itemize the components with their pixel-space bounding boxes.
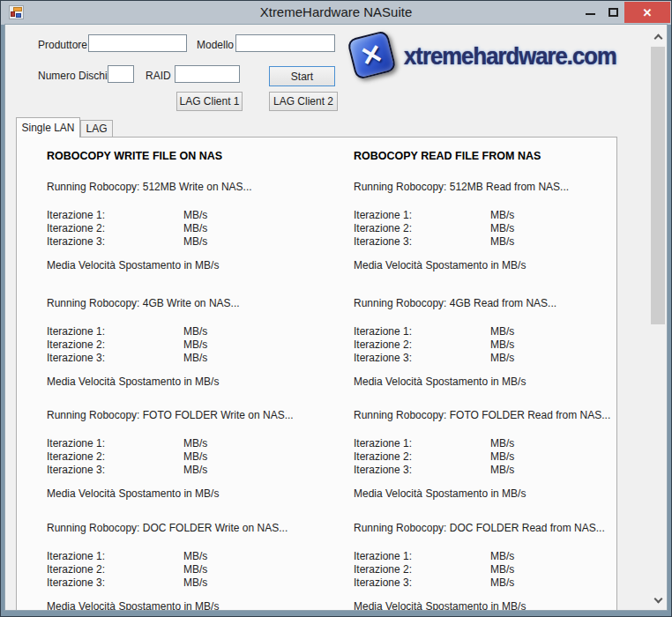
- minimize-button[interactable]: [578, 1, 602, 24]
- iteration-unit: MB/s: [183, 550, 207, 562]
- numero-dischi-label: Numero Dischi: [38, 70, 108, 82]
- vertical-scrollbar[interactable]: [650, 30, 666, 608]
- iteration-row: Iterazione 3: MB/s: [47, 576, 338, 589]
- running-status: Running Robocopy: 512MB Write on NAS...: [47, 181, 252, 193]
- iteration-unit: MB/s: [183, 235, 207, 248]
- iteration-label: Iterazione 3:: [354, 464, 412, 476]
- iteration-unit: MB/s: [490, 222, 514, 234]
- running-status: Running Robocopy: DOC FOLDER Read from N…: [354, 522, 605, 534]
- running-status: Running Robocopy: FOTO FOLDER Read from …: [354, 409, 610, 421]
- iteration-unit: MB/s: [183, 338, 207, 351]
- iteration-unit: MB/s: [490, 325, 514, 338]
- iteration-label: Iterazione 2:: [47, 338, 105, 351]
- iteration-row: Iterazione 3: MB/s: [47, 235, 338, 248]
- iteration-row: Iterazione 2: MB/s: [47, 563, 338, 576]
- iteration-label: Iterazione 1:: [354, 325, 412, 338]
- iteration-row: Iterazione 1: MB/s: [47, 550, 338, 562]
- iteration-unit: MB/s: [490, 464, 514, 476]
- read-results-column: ROBOCOPY READ FILE FROM NAS Running Robo…: [354, 138, 645, 610]
- robocopy-section: Running Robocopy: DOC FOLDER Read from N…: [354, 522, 645, 610]
- iteration-row: Iterazione 2: MB/s: [354, 222, 645, 234]
- iteration-row: Iterazione 3: MB/s: [354, 576, 645, 589]
- iteration-unit: MB/s: [490, 450, 514, 463]
- media-velocita-label: Media Velocità Spostamento in MB/s: [354, 259, 526, 271]
- running-status: Running Robocopy: 4GB Write on NAS...: [47, 297, 240, 309]
- xtremehardware-logo-icon: ✕: [347, 30, 397, 80]
- robocopy-section: Running Robocopy: 4GB Write on NAS... It…: [47, 297, 338, 396]
- iteration-unit: MB/s: [183, 464, 207, 476]
- iteration-unit: MB/s: [183, 209, 207, 221]
- iteration-row: Iterazione 3: MB/s: [47, 352, 338, 364]
- robocopy-section: Running Robocopy: 512MB Write on NAS... …: [47, 181, 338, 279]
- iteration-label: Iterazione 1:: [354, 209, 412, 221]
- iteration-label: Iterazione 3:: [354, 576, 412, 589]
- media-velocita-label: Media Velocità Spostamento in MB/s: [47, 375, 219, 388]
- close-button[interactable]: ✕: [624, 2, 670, 23]
- iteration-unit: MB/s: [183, 325, 207, 338]
- numero-dischi-input[interactable]: [108, 65, 134, 83]
- iteration-row: Iterazione 1: MB/s: [47, 325, 338, 338]
- minimize-icon: [586, 13, 595, 15]
- iteration-unit: MB/s: [490, 576, 514, 589]
- raid-label: RAID: [146, 70, 171, 82]
- iteration-label: Iterazione 1:: [354, 437, 412, 450]
- tab-single-lan[interactable]: Single LAN: [16, 117, 80, 138]
- robocopy-section: Running Robocopy: DOC FOLDER Write on NA…: [47, 522, 338, 610]
- lag-client2-button[interactable]: LAG Client 2: [269, 92, 338, 111]
- media-velocita-label: Media Velocità Spostamento in MB/s: [47, 259, 219, 271]
- iteration-label: Iterazione 2:: [47, 222, 105, 234]
- iteration-label: Iterazione 2:: [47, 563, 105, 576]
- logo-x-icon: ✕: [357, 37, 386, 72]
- write-results-column: ROBOCOPY WRITE FILE ON NAS Running Roboc…: [47, 138, 338, 610]
- scroll-up-button[interactable]: [650, 30, 666, 45]
- iteration-label: Iterazione 1:: [47, 325, 105, 338]
- running-status: Running Robocopy: 512MB Read from NAS...: [354, 181, 569, 193]
- iteration-unit: MB/s: [183, 563, 207, 576]
- iteration-row: Iterazione 3: MB/s: [354, 235, 645, 248]
- iteration-label: Iterazione 2:: [354, 338, 412, 351]
- iteration-label: Iterazione 1:: [47, 437, 105, 450]
- running-status: Running Robocopy: FOTO FOLDER Write on N…: [47, 409, 294, 421]
- iteration-unit: MB/s: [490, 338, 514, 351]
- robocopy-section: Running Robocopy: FOTO FOLDER Write on N…: [47, 409, 338, 508]
- lag-client1-button[interactable]: LAG Client 1: [176, 92, 243, 111]
- iteration-row: Iterazione 1: MB/s: [47, 437, 338, 450]
- iteration-unit: MB/s: [490, 437, 514, 450]
- iteration-unit: MB/s: [183, 576, 207, 589]
- iteration-label: Iterazione 3:: [47, 464, 105, 476]
- maximize-icon: [609, 8, 618, 17]
- modello-label: Modello: [197, 39, 234, 51]
- iteration-unit: MB/s: [183, 437, 207, 450]
- start-button[interactable]: Start: [269, 66, 335, 86]
- modello-input[interactable]: [235, 34, 335, 52]
- iteration-row: Iterazione 1: MB/s: [47, 209, 338, 221]
- titlebar: XtremeHardware NASuite ✕: [1, 1, 671, 25]
- xtremehardware-logo-text: xtremehardware.com: [404, 43, 616, 71]
- iteration-row: Iterazione 1: MB/s: [354, 325, 645, 338]
- close-icon: ✕: [643, 6, 653, 19]
- produttore-label: Produttore: [38, 39, 87, 51]
- iteration-label: Iterazione 2:: [47, 450, 105, 463]
- chevron-up-icon: [653, 34, 662, 43]
- iteration-row: Iterazione 2: MB/s: [47, 222, 338, 234]
- iteration-row: Iterazione 2: MB/s: [47, 338, 338, 351]
- scroll-down-button[interactable]: [650, 593, 666, 608]
- iteration-row: Iterazione 3: MB/s: [47, 464, 338, 476]
- scrollbar-thumb[interactable]: [651, 47, 665, 324]
- maximize-button[interactable]: [602, 1, 624, 24]
- iteration-label: Iterazione 1:: [47, 209, 105, 221]
- media-velocita-label: Media Velocità Spostamento in MB/s: [354, 487, 526, 500]
- raid-input[interactable]: [175, 65, 240, 83]
- media-velocita-label: Media Velocità Spostamento in MB/s: [47, 600, 219, 610]
- iteration-unit: MB/s: [490, 352, 514, 364]
- iteration-unit: MB/s: [490, 550, 514, 562]
- iteration-unit: MB/s: [490, 209, 514, 221]
- iteration-label: Iterazione 2:: [354, 450, 412, 463]
- iteration-row: Iterazione 1: MB/s: [354, 550, 645, 562]
- chevron-down-icon: [653, 595, 662, 604]
- produttore-input[interactable]: [88, 34, 187, 52]
- iteration-unit: MB/s: [183, 352, 207, 364]
- iteration-row: Iterazione 3: MB/s: [354, 352, 645, 364]
- tab-lag[interactable]: LAG: [80, 120, 113, 138]
- client-area: Produttore Modello Numero Dischi RAID St…: [5, 25, 667, 610]
